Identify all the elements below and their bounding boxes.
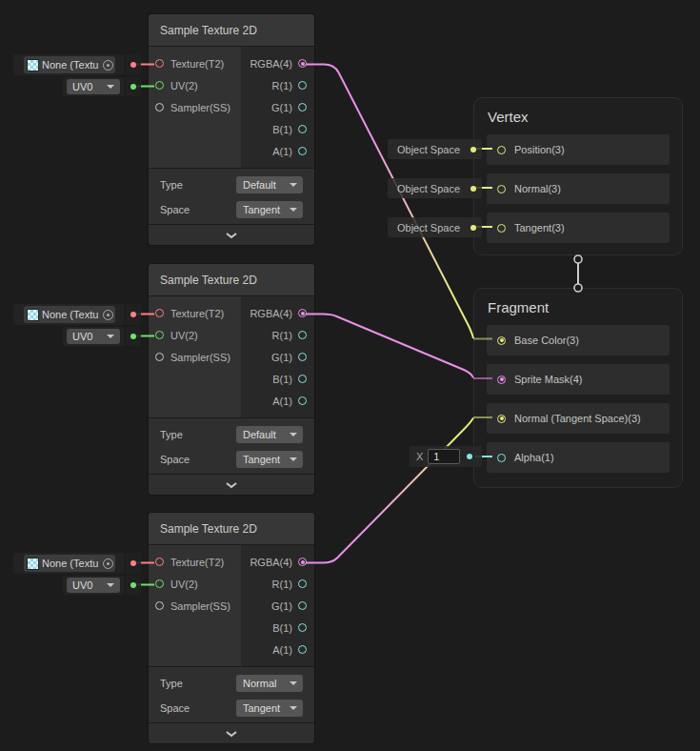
b-output-port[interactable] — [298, 623, 307, 632]
uv-input-port[interactable] — [155, 579, 164, 588]
uv-channel-dropdown[interactable]: UV0 — [67, 329, 120, 344]
a-output-port[interactable] — [298, 645, 307, 654]
sprite-mask-port[interactable] — [497, 376, 506, 384]
g-output-port[interactable] — [298, 103, 307, 112]
object-field[interactable]: None (Textu — [24, 56, 115, 73]
port-label: Texture(T2) — [170, 557, 224, 568]
uv-input-port[interactable] — [155, 331, 164, 339]
sampler-input-port[interactable] — [155, 103, 164, 112]
space-value: Tangent — [243, 454, 280, 465]
alpha-port[interactable] — [497, 454, 506, 462]
port-label: Alpha(1) — [514, 452, 554, 463]
sampler-input-port[interactable] — [155, 353, 164, 361]
dropdown-arrow-icon — [290, 433, 297, 436]
port-label: A(1) — [272, 396, 292, 407]
texture-2d-icon — [27, 558, 39, 570]
r-output-port[interactable] — [298, 331, 307, 339]
r-output-port[interactable] — [298, 81, 307, 90]
a-output-port[interactable] — [298, 396, 307, 405]
a-output-port[interactable] — [298, 147, 307, 155]
uv-port-dot-box-3 — [125, 576, 141, 595]
uv-default-dot — [130, 84, 136, 90]
type-dropdown[interactable]: Default — [236, 426, 303, 443]
port-label: R(1) — [272, 578, 292, 590]
shader-graph-canvas[interactable]: Sample Texture 2D Texture(T2) UV(2) Samp… — [0, 0, 700, 751]
port-row-a: A(1) — [241, 140, 314, 162]
object-field[interactable]: None (Textu — [24, 306, 115, 323]
collapse-footer[interactable] — [149, 225, 314, 245]
texture-input-port[interactable] — [155, 309, 164, 317]
fragment-context-node[interactable]: Fragment Base Color(3) Sprite Mask(4) No… — [473, 288, 683, 488]
position-port[interactable] — [497, 146, 506, 154]
texture-port-dot-box-3 — [125, 553, 141, 574]
space-dropdown[interactable]: Tangent — [236, 451, 303, 468]
vertex-row-position: Position(3) — [487, 134, 670, 165]
r-output-port[interactable] — [298, 579, 307, 588]
sample-texture-2d-node-2[interactable]: Sample Texture 2D Texture(T2) UV(2) Samp… — [149, 264, 314, 495]
dropdown-arrow-icon — [107, 335, 114, 338]
collapse-footer[interactable] — [149, 723, 314, 743]
type-dropdown[interactable]: Normal — [236, 675, 303, 692]
texture-input-port[interactable] — [155, 59, 164, 68]
port-label: G(1) — [271, 600, 292, 612]
rgba-output-port[interactable] — [298, 59, 307, 68]
texture-object-field-1[interactable]: None (Textu — [13, 54, 124, 75]
uv-channel-widget-1[interactable]: UV0 — [63, 77, 124, 96]
sample-texture-2d-node-3[interactable]: Sample Texture 2D Texture(T2) UV(2) Samp… — [149, 513, 314, 743]
port-row-uv: UV(2) — [149, 324, 241, 346]
rgba-output-port[interactable] — [298, 309, 307, 317]
uv-input-port[interactable] — [155, 81, 164, 90]
uv-channel-dropdown[interactable]: UV0 — [67, 578, 120, 593]
object-picker-icon[interactable] — [103, 310, 113, 320]
port-row-a: A(1) — [241, 639, 314, 660]
dropdown-arrow-icon — [107, 583, 114, 587]
sample-texture-2d-node-1[interactable]: Sample Texture 2D Texture(T2) UV(2) Samp… — [149, 14, 314, 245]
normal-port[interactable] — [497, 185, 506, 193]
port-label: Base Color(3) — [514, 335, 579, 346]
type-dropdown[interactable]: Default — [236, 176, 303, 193]
b-output-port[interactable] — [298, 125, 307, 133]
node-port-area: Texture(T2) UV(2) Sampler(SS) RGBA(4) R(… — [149, 296, 314, 418]
uv-port-dot-box-2 — [125, 327, 141, 346]
port-label: A(1) — [272, 146, 292, 157]
type-label: Type — [160, 429, 183, 440]
vertex-row-normal: Normal(3) — [487, 173, 670, 204]
object-field-value: None (Textu — [42, 59, 103, 71]
space-dropdown[interactable]: Tangent — [236, 201, 303, 218]
b-output-port[interactable] — [298, 375, 307, 383]
edge-rgba1-to-basecolor[interactable] — [306, 65, 473, 339]
uv-channel-widget-2[interactable]: UV0 — [63, 327, 124, 346]
alpha-x-input[interactable] — [428, 449, 460, 464]
uv-channel-widget-3[interactable]: UV0 — [63, 576, 124, 595]
uv-channel-dropdown[interactable]: UV0 — [67, 79, 120, 94]
rgba-output-port[interactable] — [298, 558, 307, 566]
edge-rgba3-to-normal[interactable] — [306, 418, 473, 563]
base-color-port[interactable] — [497, 336, 506, 345]
texture-object-field-2[interactable]: None (Textu — [13, 304, 124, 325]
object-picker-icon[interactable] — [103, 558, 113, 569]
space-dropdown[interactable]: Tangent — [236, 700, 303, 717]
collapse-footer[interactable] — [149, 475, 314, 495]
object-picker-icon[interactable] — [103, 60, 113, 71]
edge-rgba2-to-spritemask[interactable] — [306, 315, 473, 378]
port-row-texture: Texture(T2) — [149, 52, 241, 74]
node-title: Sample Texture 2D — [149, 264, 314, 296]
g-output-port[interactable] — [298, 353, 307, 361]
port-label: Position(3) — [514, 144, 565, 155]
object-field[interactable]: None (Textu — [24, 555, 115, 572]
g-output-port[interactable] — [298, 601, 307, 610]
port-label: B(1) — [272, 622, 292, 634]
vertex-context-node[interactable]: Vertex Position(3) Normal(3) Tangent(3) — [473, 97, 683, 255]
sampler-input-port[interactable] — [155, 601, 164, 610]
space-label: Space — [160, 454, 190, 465]
binding-label: Object Space — [397, 222, 460, 233]
tangent-port[interactable] — [497, 224, 506, 233]
texture-input-port[interactable] — [155, 558, 164, 566]
vertex-title: Vertex — [474, 98, 682, 125]
alpha-default-widget[interactable]: X — [410, 446, 482, 467]
normal-tangent-space-port[interactable] — [497, 415, 506, 423]
vertex-row-tangent: Tangent(3) — [487, 213, 670, 243]
dropdown-arrow-icon — [290, 457, 297, 461]
vertex-link-handle[interactable] — [574, 255, 582, 263]
texture-object-field-3[interactable]: None (Textu — [13, 553, 124, 574]
